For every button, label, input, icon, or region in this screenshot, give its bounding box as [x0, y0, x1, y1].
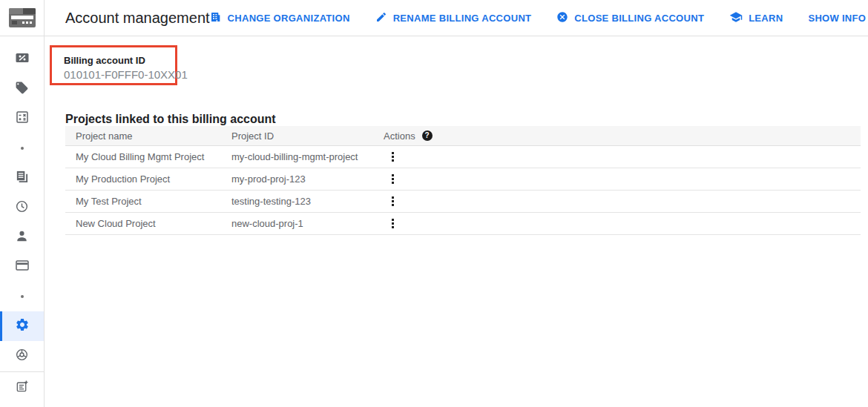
project-id-cell: my-cloud-billing-mgmt-project: [231, 151, 384, 162]
graduation-cap-icon: [729, 10, 743, 26]
sidebar-divider: [0, 371, 44, 372]
sidebar-item-history[interactable]: [0, 193, 44, 222]
column-header-actions: Actions ?: [384, 130, 861, 142]
change-organization-button[interactable]: CHANGE ORGANIZATION: [210, 11, 350, 25]
sidebar-item-account-users[interactable]: [0, 222, 44, 252]
page-title: Account management: [65, 10, 210, 27]
tag-icon: [15, 81, 29, 98]
clock-icon: [15, 199, 29, 216]
change-organization-label: CHANGE ORGANIZATION: [228, 13, 350, 24]
project-name-cell: My Test Project: [65, 196, 231, 207]
pricing-calculator-icon: [15, 110, 30, 128]
close-circle-icon: [556, 11, 568, 25]
show-info-panel-label: SHOW INFO PANEL: [808, 13, 868, 24]
sidebar-item-new-document[interactable]: [0, 373, 44, 403]
new-document-icon: [15, 380, 29, 397]
person-icon: [15, 229, 29, 246]
billing-account-id-highlight: Billing account ID 010101-F0FFF0-10XX01: [50, 45, 177, 85]
table-row: New Cloud Project new-cloud-proj-1: [65, 213, 861, 235]
show-info-panel-button[interactable]: SHOW INFO PANEL: [808, 13, 868, 24]
top-bar: Account management CHANGE ORGANIZATION R…: [0, 0, 868, 36]
billing-account-id-value: 010101-F0FFF0-10XX01: [64, 68, 175, 81]
learn-button[interactable]: LEARN: [729, 10, 783, 26]
billing-account-id-label: Billing account ID: [64, 55, 175, 66]
wheel-icon: [15, 348, 29, 365]
project-actions-cell: [384, 216, 861, 232]
rename-billing-account-label: RENAME BILLING ACCOUNT: [393, 13, 532, 24]
learn-label: LEARN: [749, 13, 783, 24]
pencil-icon: [375, 11, 387, 25]
sidebar-item-overview[interactable]: [0, 44, 44, 74]
sidebar-item-pricing[interactable]: [0, 104, 44, 133]
close-billing-account-button[interactable]: CLOSE BILLING ACCOUNT: [556, 11, 704, 25]
kebab-menu-icon[interactable]: [386, 216, 399, 232]
kebab-menu-icon[interactable]: [386, 171, 399, 188]
column-header-project-id: Project ID: [231, 130, 384, 142]
project-actions-cell: [384, 149, 861, 165]
kebab-menu-icon[interactable]: [386, 193, 399, 210]
percent-card-icon: [15, 50, 30, 68]
organization-icon: [210, 11, 222, 25]
dot-icon: [21, 147, 24, 150]
projects-table: Project name Project ID Actions ? My Clo…: [65, 126, 861, 235]
project-name-cell: My Production Project: [65, 173, 231, 185]
sidebar-item-help-wheel[interactable]: [0, 341, 44, 371]
help-icon[interactable]: ?: [422, 130, 433, 141]
documents-icon: [15, 170, 29, 187]
credit-card-icon: [15, 258, 30, 276]
projects-section-title: Projects linked to this billing account: [65, 113, 276, 126]
app-logo-cell: [0, 0, 45, 36]
projects-table-body: My Cloud Billing Mgmt Project my-cloud-b…: [65, 146, 861, 235]
project-name-cell: New Cloud Project: [65, 218, 231, 229]
dot-icon: [21, 295, 24, 298]
table-row: My Production Project my-prod-proj-123: [65, 168, 861, 191]
sidebar-item-collapsed-1[interactable]: [0, 133, 44, 163]
sidebar-item-payment-method[interactable]: [0, 252, 44, 282]
project-actions-cell: [384, 171, 861, 188]
topbar-actions: CHANGE ORGANIZATION RENAME BILLING ACCOU…: [210, 10, 868, 26]
kebab-menu-icon[interactable]: [386, 149, 399, 165]
project-id-cell: testing-testing-123: [231, 196, 384, 207]
project-actions-cell: [384, 193, 861, 210]
projects-table-header: Project name Project ID Actions ?: [65, 126, 861, 146]
sidebar-item-transactions[interactable]: [0, 74, 44, 104]
table-row: My Cloud Billing Mgmt Project my-cloud-b…: [65, 146, 861, 168]
project-id-cell: new-cloud-proj-1: [231, 218, 384, 229]
billing-card-logo: [9, 8, 36, 27]
gear-icon: [15, 317, 30, 335]
project-name-cell: My Cloud Billing Mgmt Project: [65, 151, 231, 162]
rename-billing-account-button[interactable]: RENAME BILLING ACCOUNT: [375, 11, 532, 25]
sidebar: [0, 36, 45, 407]
project-id-cell: my-prod-proj-123: [231, 173, 384, 185]
column-header-project-name: Project name: [65, 130, 231, 142]
sidebar-item-collapsed-2[interactable]: [0, 282, 44, 311]
close-billing-account-label: CLOSE BILLING ACCOUNT: [574, 13, 704, 24]
sidebar-item-cost-table[interactable]: [0, 163, 44, 193]
sidebar-item-account-management[interactable]: [0, 311, 44, 341]
column-header-actions-label: Actions: [384, 130, 415, 142]
table-row: My Test Project testing-testing-123: [65, 191, 861, 213]
